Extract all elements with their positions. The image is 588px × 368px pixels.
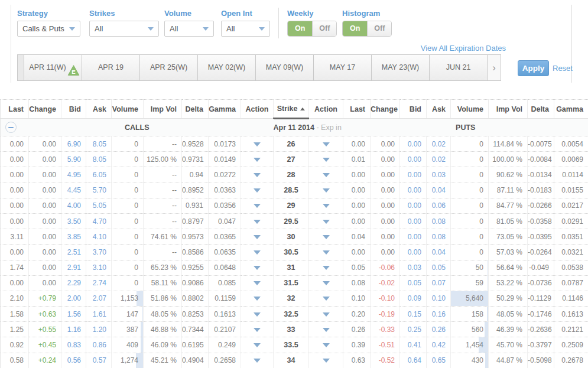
open-int-select[interactable]: All [221,21,270,37]
call-bid-cell[interactable]: 0.56 [61,353,86,368]
next-expirations-arrow-icon[interactable]: › [488,55,501,80]
put-ask-cell[interactable]: 0.42 [427,337,451,353]
col-header-call-volume[interactable]: Volume [112,100,144,119]
put-bid-cell[interactable]: 0.00 [400,213,427,229]
put-action-dropdown-icon[interactable] [323,328,330,332]
reset-link[interactable]: Reset [553,64,573,73]
col-header-strike[interactable]: Strike [274,100,309,119]
col-header-put-ask[interactable]: Ask [427,100,451,119]
put-bid-cell[interactable]: 0.25 [400,322,427,337]
call-action-dropdown-icon[interactable] [254,204,261,208]
expiration-tab-may-23-w-[interactable]: MAY 23(W) [372,55,430,80]
put-ask-cell[interactable]: 0.08 [427,213,451,229]
call-bid-cell[interactable]: 3.50 [61,213,86,229]
put-ask-cell[interactable]: 0.02 [427,152,451,167]
call-bid-cell[interactable]: 2.91 [61,260,86,275]
call-bid-cell[interactable]: 4.00 [61,198,86,213]
call-bid-cell[interactable]: 1.56 [61,307,86,322]
call-action-dropdown-icon[interactable] [254,220,261,224]
put-action-dropdown-icon[interactable] [323,266,330,270]
put-ask-cell[interactable]: 0.05 [427,260,451,275]
put-action-dropdown-icon[interactable] [323,297,330,301]
col-header-call-delta[interactable]: Delta [182,100,209,119]
call-ask-cell[interactable]: 4.10 [86,229,112,245]
put-ask-cell[interactable]: 0.04 [427,183,451,198]
call-ask-cell[interactable]: 5.70 [86,183,112,198]
call-bid-cell[interactable]: 4.95 [61,167,86,183]
volume-select[interactable]: All [164,21,214,37]
call-action-dropdown-icon[interactable] [254,158,261,162]
put-bid-cell[interactable]: 0.00 [400,183,427,198]
put-ask-cell[interactable]: 0.07 [427,275,451,291]
put-bid-cell[interactable]: 0.00 [400,198,427,213]
put-action-dropdown-icon[interactable] [323,281,330,285]
expiration-tab-may-02-w-[interactable]: MAY 02(W) [198,55,256,80]
put-ask-cell[interactable]: 0.06 [427,198,451,213]
call-bid-cell[interactable]: 1.16 [61,322,86,337]
put-action-dropdown-icon[interactable] [323,359,330,363]
call-ask-cell[interactable]: 1.61 [86,307,112,322]
put-bid-cell[interactable]: 0.00 [400,152,427,167]
expiration-tab-apr-19[interactable]: APR 19 [82,55,140,80]
weekly-toggle-off[interactable]: Off [313,21,336,36]
expiration-tab-may-17[interactable]: MAY 17 [314,55,372,80]
col-header-put-bid[interactable]: Bid [400,100,427,119]
call-ask-cell[interactable]: 6.05 [86,167,112,183]
put-action-dropdown-icon[interactable] [323,188,330,193]
expiration-tab-apr-25-w-[interactable]: APR 25(W) [140,55,198,80]
put-action-dropdown-icon[interactable] [323,158,330,162]
put-ask-cell[interactable]: 0.65 [427,353,451,368]
col-header-put-delta[interactable]: Delta [528,100,554,119]
call-action-dropdown-icon[interactable] [254,312,261,317]
call-action-dropdown-icon[interactable] [254,297,261,301]
call-bid-cell[interactable]: 5.90 [61,152,86,167]
put-action-dropdown-icon[interactable] [323,204,330,208]
call-ask-cell[interactable]: 3.10 [86,260,112,275]
put-bid-cell[interactable]: 0.00 [400,136,427,152]
call-action-dropdown-icon[interactable] [254,188,261,193]
put-ask-cell[interactable]: 0.08 [427,229,451,245]
put-ask-cell[interactable]: 0.10 [427,291,451,306]
call-bid-cell[interactable]: 2.00 [61,291,86,306]
col-header-call-ask[interactable]: Ask [86,100,112,119]
col-header-put-gamma[interactable]: Gamma [554,100,588,119]
view-all-expiration-dates-link[interactable]: View All Expiration Dates [354,44,506,53]
call-action-dropdown-icon[interactable] [254,359,261,363]
put-bid-cell[interactable]: 0.05 [400,275,427,291]
put-bid-cell[interactable]: 0.00 [400,229,427,245]
col-header-put-last[interactable]: Last [343,100,371,119]
histogram-toggle-off[interactable]: Off [368,21,391,36]
call-ask-cell[interactable]: 8.05 [86,136,112,152]
strikes-select[interactable]: All [89,21,159,37]
col-header-call-last[interactable]: Last [1,100,29,119]
expiration-tab-jun-21[interactable]: JUN 21 [430,55,488,80]
col-header-call-imp-vol[interactable]: Imp Vol [144,100,182,119]
put-bid-cell[interactable]: 0.41 [400,337,427,353]
put-bid-cell[interactable]: 0.00 [400,167,427,183]
apply-button[interactable]: Apply [518,60,549,76]
col-header-call-gamma[interactable]: Gamma [209,100,241,119]
col-header-call-change[interactable]: Change [29,100,61,119]
put-ask-cell[interactable]: 0.04 [427,245,451,260]
col-header-put-change[interactable]: Change [371,100,400,119]
histogram-toggle-on[interactable]: On [343,21,368,36]
call-ask-cell[interactable]: 8.05 [86,152,112,167]
collapse-expiration-button[interactable] [5,122,17,133]
put-action-dropdown-icon[interactable] [323,235,330,239]
put-ask-cell[interactable]: 0.03 [427,167,451,183]
call-action-dropdown-icon[interactable] [254,250,261,255]
call-ask-cell[interactable]: 4.70 [86,213,112,229]
put-ask-cell[interactable]: 0.16 [427,307,451,322]
call-action-dropdown-icon[interactable] [254,328,261,332]
put-action-dropdown-icon[interactable] [323,220,330,224]
call-action-dropdown-icon[interactable] [254,235,261,239]
call-action-dropdown-icon[interactable] [254,173,261,177]
put-bid-cell[interactable]: 0.03 [400,260,427,275]
put-bid-cell[interactable]: 0.09 [400,291,427,306]
call-ask-cell[interactable]: 0.57 [86,353,112,368]
put-bid-cell[interactable]: 0.15 [400,307,427,322]
strategy-select[interactable]: Calls & Puts [17,21,80,37]
call-ask-cell[interactable]: 3.70 [86,245,112,260]
call-ask-cell[interactable]: 2.74 [86,275,112,291]
put-bid-cell[interactable]: 0.64 [400,353,427,368]
